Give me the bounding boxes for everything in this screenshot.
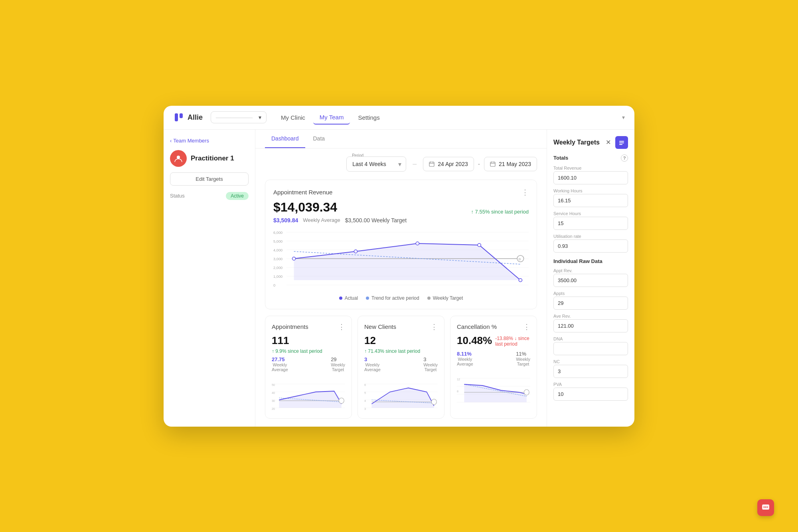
svg-text:0: 0 <box>273 283 275 287</box>
individual-field-group: Ave Rev. <box>553 314 628 332</box>
date-range: 24 Apr 2023 - 21 May 2023 <box>423 157 537 171</box>
appointments-menu[interactable]: ⋮ <box>338 322 345 331</box>
svg-rect-69 <box>619 141 624 142</box>
field-input[interactable] <box>553 171 628 184</box>
cancellation-menu[interactable]: ⋮ <box>523 322 530 331</box>
appointments-target-label: WeeklyTarget <box>331 362 345 372</box>
svg-point-46 <box>339 398 344 403</box>
panel-header: Weekly Targets ✕ <box>553 136 628 149</box>
header-dropdown-text: ────────── <box>216 115 253 121</box>
small-cards-row: Appointments ⋮ 111 ↑ 9.9% since last per… <box>265 316 537 419</box>
svg-point-2 <box>177 156 180 159</box>
nav-my-team[interactable]: My Team <box>313 111 350 125</box>
cancellation-target-label: WeeklyTarget <box>516 357 530 366</box>
legend-actual-dot <box>339 297 342 300</box>
individual-field-input[interactable] <box>553 319 628 332</box>
legend-target: Weekly Target <box>427 295 463 301</box>
totals-field-group: Service Hours <box>553 211 628 230</box>
revenue-percent-change: ↑ 7.55% since last period <box>471 209 529 215</box>
app-window: Allie ────────── ▾ My Clinic My Team Set… <box>164 106 634 427</box>
field-input[interactable] <box>553 239 628 253</box>
chat-button[interactable] <box>757 499 774 516</box>
field-input[interactable] <box>553 194 628 207</box>
individual-field-input[interactable] <box>553 388 628 401</box>
individual-field-input[interactable] <box>553 297 628 310</box>
svg-rect-71 <box>619 144 622 145</box>
cancellation-target-group: 11% WeeklyTarget <box>516 351 530 366</box>
header-right: ▾ <box>622 114 625 121</box>
nav-settings[interactable]: Settings <box>352 111 386 124</box>
svg-point-31 <box>478 243 481 247</box>
period-select[interactable]: Last 4 Weeks Last 8 Weeks Last 12 Weeks <box>346 156 406 172</box>
svg-text:6: 6 <box>364 383 366 386</box>
revenue-chart: 6,000 5,000 4,000 3,000 2,000 1,000 0 <box>273 228 529 292</box>
period-field: Period Last 4 Weeks Last 8 Weeks Last 12… <box>346 156 406 172</box>
svg-text:40: 40 <box>272 391 275 394</box>
cancellation-value: 10.48% <box>457 334 492 347</box>
appointments-title: Appointments <box>272 323 308 330</box>
individual-field-label: NC <box>553 359 628 364</box>
revenue-weekly-target: $3,500.00 Weekly Target <box>345 217 407 223</box>
svg-text:5,000: 5,000 <box>273 239 282 243</box>
cancellation-card: Cancellation % ⋮ 10.48% -13.88% ↓ since … <box>450 316 537 419</box>
svg-text:3,000: 3,000 <box>273 257 282 261</box>
svg-point-74 <box>765 506 766 508</box>
appointments-target-group: 29 WeeklyTarget <box>331 356 345 372</box>
svg-marker-25 <box>294 243 521 280</box>
new-clients-menu[interactable]: ⋮ <box>431 322 438 331</box>
svg-rect-3 <box>429 162 434 166</box>
revenue-weekly-avg: $3,509.84 <box>273 217 298 223</box>
revenue-card-title: Appointment Revenue <box>273 189 332 196</box>
appointments-weekly-avg: 27.75 <box>272 356 288 362</box>
tab-data[interactable]: Data <box>307 130 332 148</box>
edit-targets-button[interactable]: Edit Targets <box>170 172 249 186</box>
svg-point-30 <box>416 242 419 245</box>
revenue-card-menu[interactable]: ⋮ <box>521 188 529 197</box>
date-from-input[interactable]: 24 Apr 2023 <box>423 157 474 171</box>
panel-close-button[interactable]: ✕ <box>603 138 613 147</box>
individual-fields: Appt Rev. Appts Ave Rev. DNA NC PVA <box>553 268 628 401</box>
panel-icon-button[interactable] <box>615 136 628 149</box>
individual-field-label: DNA <box>553 336 628 341</box>
new-clients-stats: 3 WeeklyAverage 3 WeeklyTarget <box>364 356 438 372</box>
tabs: Dashboard Data <box>255 130 547 148</box>
individual-field-input[interactable] <box>553 365 628 378</box>
svg-text:8: 8 <box>457 389 458 393</box>
status-label: Status <box>170 193 185 199</box>
field-input[interactable] <box>553 217 628 230</box>
svg-text:50: 50 <box>272 383 275 386</box>
help-icon[interactable]: ? <box>621 154 628 162</box>
header-nav: My Clinic My Team Settings <box>275 111 614 125</box>
new-clients-value: 12 <box>364 334 438 347</box>
back-link[interactable]: ‹ Team Members <box>170 138 249 144</box>
individual-field-group: DNA <box>553 336 628 355</box>
field-label: Working Hours <box>553 188 628 193</box>
svg-text:4,000: 4,000 <box>273 248 282 252</box>
legend-target-dot <box>427 297 431 300</box>
new-clients-avg-label: WeeklyAverage <box>364 362 381 372</box>
status-badge: Active <box>226 192 249 200</box>
field-label: Utilisation rate <box>553 234 628 239</box>
nav-my-clinic[interactable]: My Clinic <box>275 111 312 124</box>
date-to-input[interactable]: 21 May 2023 <box>484 157 537 171</box>
svg-text:5: 5 <box>364 391 366 394</box>
calendar-icon-to <box>490 161 496 167</box>
practitioner-name: Practitioner 1 <box>191 154 234 162</box>
cancellation-percent: -13.88% ↓ since last period <box>495 336 530 347</box>
revenue-card-left: $14,039.34 $3,509.84 Weekly Average $3,5… <box>273 200 407 223</box>
individual-section-label: Individual Raw Data <box>553 258 628 264</box>
individual-field-input[interactable] <box>553 274 628 287</box>
individual-field-group: NC <box>553 359 628 378</box>
svg-text:4: 4 <box>364 399 366 402</box>
allie-logo-icon <box>173 112 184 123</box>
header: Allie ────────── ▾ My Clinic My Team Set… <box>164 106 634 130</box>
tab-dashboard[interactable]: Dashboard <box>265 130 305 148</box>
avatar <box>170 150 187 167</box>
svg-text:2,000: 2,000 <box>273 266 282 270</box>
header-right-chevron: ▾ <box>622 114 625 121</box>
header-dropdown[interactable]: ────────── ▾ <box>211 111 267 123</box>
individual-field-input[interactable] <box>553 342 628 355</box>
totals-field-group: Total Revenue <box>553 166 628 184</box>
cancellation-weekly-target: 11% <box>516 351 530 357</box>
cancellation-avg-group: 8.11% WeeklyAverage <box>457 351 473 366</box>
